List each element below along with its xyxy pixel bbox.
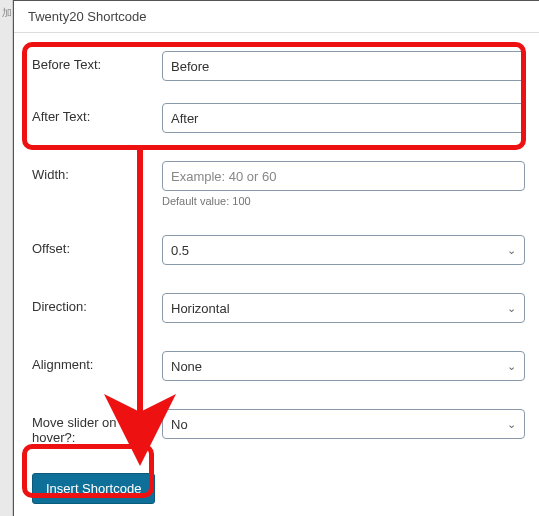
label-direction: Direction: bbox=[32, 293, 162, 314]
offset-select[interactable]: 0.5 ⌄ bbox=[162, 235, 525, 265]
modal-title: Twenty20 Shortcode bbox=[14, 1, 539, 33]
offset-value: 0.5 bbox=[171, 243, 507, 258]
label-before-text: Before Text: bbox=[32, 51, 162, 72]
chevron-down-icon: ⌄ bbox=[507, 302, 516, 315]
editor-gutter: 加 bbox=[0, 0, 13, 516]
form-body: Before Text: After Text: Width: Default … bbox=[14, 33, 539, 516]
label-offset: Offset: bbox=[32, 235, 162, 256]
after-text-input[interactable] bbox=[162, 103, 525, 133]
label-alignment: Alignment: bbox=[32, 351, 162, 372]
chevron-down-icon: ⌄ bbox=[507, 360, 516, 373]
alignment-select[interactable]: None ⌄ bbox=[162, 351, 525, 381]
direction-select[interactable]: Horizontal ⌄ bbox=[162, 293, 525, 323]
chevron-down-icon: ⌄ bbox=[507, 244, 516, 257]
row-hover: Move slider on mouse hover?: No ⌄ bbox=[32, 409, 525, 445]
insert-shortcode-button[interactable]: Insert Shortcode bbox=[32, 473, 155, 504]
row-alignment: Alignment: None ⌄ bbox=[32, 351, 525, 381]
label-width: Width: bbox=[32, 161, 162, 182]
hover-select[interactable]: No ⌄ bbox=[162, 409, 525, 439]
width-hint: Default value: 100 bbox=[162, 195, 525, 207]
alignment-value: None bbox=[171, 359, 507, 374]
label-after-text: After Text: bbox=[32, 103, 162, 124]
row-offset: Offset: 0.5 ⌄ bbox=[32, 235, 525, 265]
shortcode-modal: Twenty20 Shortcode Before Text: After Te… bbox=[13, 0, 539, 516]
row-before-text: Before Text: bbox=[32, 51, 525, 81]
row-after-text: After Text: bbox=[32, 103, 525, 133]
row-width: Width: Default value: 100 bbox=[32, 161, 525, 207]
before-text-input[interactable] bbox=[162, 51, 525, 81]
label-hover: Move slider on mouse hover?: bbox=[32, 409, 162, 445]
width-input[interactable] bbox=[162, 161, 525, 191]
row-direction: Direction: Horizontal ⌄ bbox=[32, 293, 525, 323]
direction-value: Horizontal bbox=[171, 301, 507, 316]
hover-value: No bbox=[171, 417, 507, 432]
chevron-down-icon: ⌄ bbox=[507, 418, 516, 431]
